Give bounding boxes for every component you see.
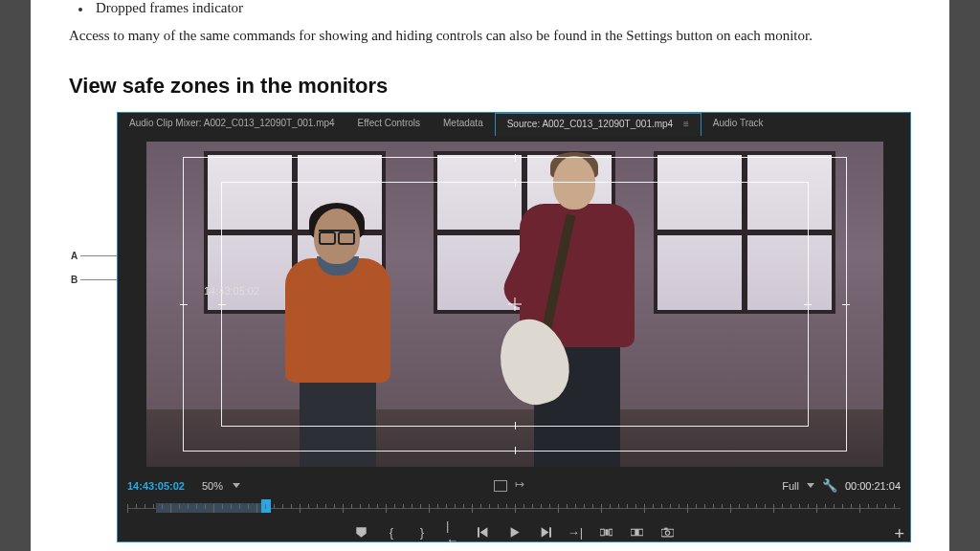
bullet-text: Dropped frames indicator [96,0,243,16]
step-back-button[interactable] [477,526,490,539]
info-bar: 14:43:05:02 50% Full 🔧 00:00:21:04 [127,476,901,496]
tab-audio-clip-mixer[interactable]: Audio Clip Mixer: A002_C013_12090T_001.m… [118,113,346,136]
figure: A B Audio Clip Mixer: A002_C013_12090T_0… [117,112,911,542]
svg-rect-4 [609,530,612,537]
time-ruler[interactable] [127,499,901,517]
duration-timecode: 00:00:21:04 [845,480,901,492]
svg-rect-0 [478,528,479,538]
insert-button[interactable] [599,526,612,539]
svg-rect-3 [605,530,608,537]
svg-rect-1 [549,528,551,538]
bullet-item: Dropped frames indicator [78,0,911,16]
play-button[interactable] [507,526,521,539]
step-forward-button[interactable] [538,526,551,539]
toggle-view-icon[interactable] [494,480,507,492]
bullet-dot-icon [78,8,82,11]
overwrite-button[interactable] [630,526,643,539]
goto-in-button[interactable]: |← [446,518,459,547]
source-monitor-panel: Audio Clip Mixer: A002_C013_12090T_001.m… [117,112,911,542]
transport-controls: { } |← →| [118,522,910,543]
settings-icon[interactable]: 🔧 [822,478,837,493]
add-marker-button[interactable] [354,526,368,539]
tab-menu-icon[interactable]: ≡ [683,119,689,129]
callout-label-b: B [71,275,78,285]
button-editor-plus[interactable]: + [894,524,904,544]
tab-source[interactable]: Source: A002_C013_12090T_001.mp4 ≡ [495,113,702,136]
section-heading: View safe zones in the monitors [69,74,911,99]
playhead[interactable] [261,499,271,513]
export-frame-button[interactable] [660,526,674,539]
tab-metadata[interactable]: Metadata [432,113,495,136]
svg-rect-2 [600,530,604,537]
current-timecode[interactable]: 14:43:05:02 [127,480,185,492]
zoom-level[interactable]: 50% [202,480,223,492]
resolution-dropdown-icon[interactable] [807,483,814,488]
mark-out-button[interactable]: } [415,525,429,540]
video-viewport[interactable]: 14:43:05:02 [146,142,883,467]
drag-video-icon[interactable] [515,480,528,492]
tab-effect-controls[interactable]: Effect Controls [346,113,432,136]
tab-source-label: Source: A002_C013_12090T_001.mp4 [507,119,673,129]
center-cross-h [508,303,522,304]
zoom-dropdown-icon[interactable] [233,483,240,488]
mark-in-button[interactable]: { [385,525,398,540]
timecode-overlay: 14:43:05:02 [204,285,259,297]
document-page: Dropped frames indicator Access to many … [31,0,949,551]
svg-point-8 [665,531,669,535]
resolution-label[interactable]: Full [782,480,799,492]
panel-tabs: Audio Clip Mixer: A002_C013_12090T_001.m… [118,113,910,136]
svg-rect-6 [635,530,638,537]
svg-rect-9 [664,528,667,530]
clip-segment[interactable] [156,503,261,513]
tab-audio-track[interactable]: Audio Track [702,113,775,136]
goto-out-button[interactable]: →| [568,525,582,540]
paragraph-text: Access to many of the same commands for … [69,26,911,47]
callout-label-a: A [71,251,78,261]
